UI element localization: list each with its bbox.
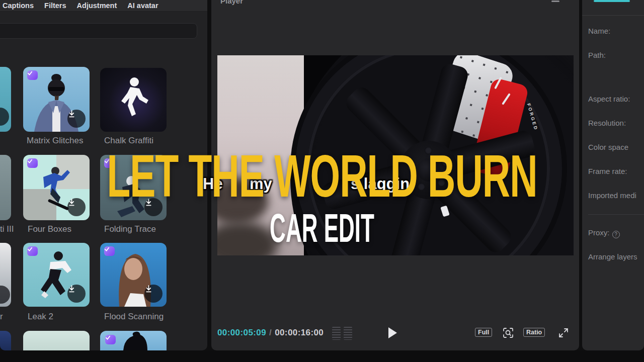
effect-label: Flood Scanning bbox=[104, 312, 164, 322]
effect-thumb-cutoff-1[interactable] bbox=[23, 331, 90, 350]
current-time: 00:00:05:09 bbox=[217, 328, 266, 337]
effect-thumb-chalk-graffiti[interactable] bbox=[100, 68, 167, 132]
collapse-icon[interactable] bbox=[551, 1, 559, 2]
effect-label: Leak 2 bbox=[28, 312, 53, 322]
timecode-display: 00:00:05:09/00:00:16:00 bbox=[217, 328, 324, 338]
effects-menu-bar: Captions Filters Adjustment AI avatar bbox=[0, 0, 207, 12]
download-icon[interactable] bbox=[0, 286, 10, 304]
zoom-fit-icon[interactable] bbox=[502, 327, 514, 339]
download-icon[interactable] bbox=[67, 110, 86, 128]
field-path: Path: bbox=[588, 51, 606, 59]
download-icon[interactable] bbox=[67, 285, 86, 303]
effect-thumb-leak-2[interactable] bbox=[23, 243, 90, 307]
overlay-subtitle: CAR EDIT bbox=[0, 206, 644, 251]
effect-thumb-partial-1[interactable] bbox=[0, 67, 11, 132]
effect-thumb-cutoff-2[interactable] bbox=[100, 331, 167, 350]
field-name: Name: bbox=[588, 27, 610, 35]
full-screen-preview-button[interactable]: Full bbox=[475, 328, 492, 337]
menu-ai-avatar[interactable]: AI avatar bbox=[127, 2, 158, 10]
field-resolution: Resolution: bbox=[588, 119, 626, 127]
effect-thumb-flood-scanning[interactable] bbox=[100, 243, 167, 307]
effect-label-partial: r bbox=[0, 312, 3, 322]
effect-thumb-partial-4[interactable] bbox=[0, 331, 11, 350]
menu-filters[interactable]: Filters bbox=[44, 2, 66, 10]
divider bbox=[582, 15, 644, 16]
overlay-title: LET THE WORLD BURN bbox=[10, 141, 634, 211]
total-time: 00:00:16:00 bbox=[275, 328, 324, 337]
field-arrange-layers: Arrange layers bbox=[588, 252, 637, 261]
play-button[interactable] bbox=[388, 327, 397, 338]
search-input[interactable] bbox=[0, 23, 197, 39]
expand-fullscreen-icon[interactable] bbox=[557, 327, 570, 339]
effect-thumb-matrix-glitches[interactable] bbox=[23, 67, 90, 132]
details-tab-indicator[interactable] bbox=[594, 0, 630, 2]
menu-adjustment[interactable]: Adjustment bbox=[77, 2, 117, 10]
time-separator: / bbox=[266, 328, 275, 337]
download-icon[interactable] bbox=[144, 285, 163, 303]
chalk-figure-illustration bbox=[100, 68, 167, 132]
download-icon[interactable] bbox=[0, 108, 9, 126]
pro-badge-icon bbox=[27, 70, 38, 80]
field-aspect-ratio: Aspect ratio: bbox=[588, 95, 630, 103]
player-panel-title: Player bbox=[220, 0, 243, 5]
menu-captions[interactable]: Captions bbox=[3, 2, 34, 10]
timeline-strip bbox=[0, 350, 644, 362]
ratio-button[interactable]: Ratio bbox=[523, 328, 545, 337]
frame-preview-icon[interactable] bbox=[332, 327, 353, 340]
pro-badge-icon bbox=[105, 335, 116, 344]
effect-thumb-partial-3[interactable] bbox=[0, 243, 11, 307]
